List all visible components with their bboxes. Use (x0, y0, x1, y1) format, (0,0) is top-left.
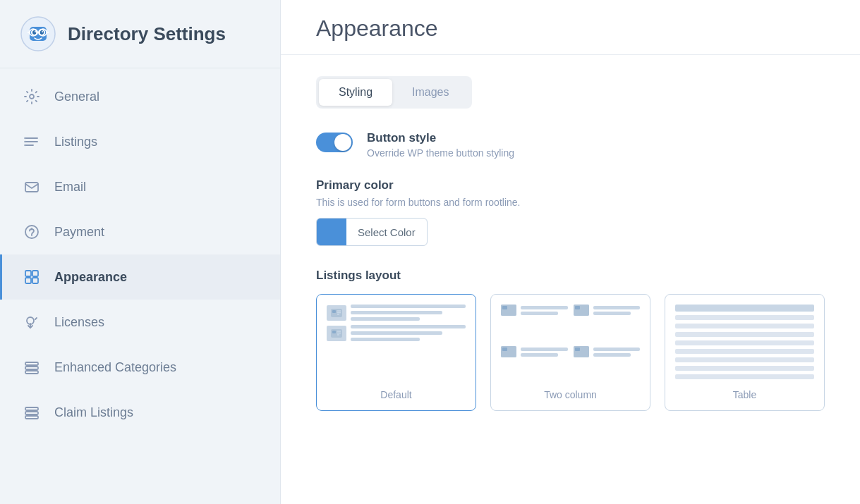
button-style-toggle[interactable] (316, 133, 353, 152)
sidebar-item-claim-listings[interactable]: Claim Listings (0, 390, 280, 435)
sidebar-item-email[interactable]: Email (0, 164, 280, 209)
preview-img-tc3 (501, 346, 516, 357)
gear-icon (22, 87, 42, 106)
svg-rect-31 (25, 412, 38, 414)
svg-rect-46 (575, 306, 580, 309)
layout-default-label: Default (380, 389, 411, 400)
svg-rect-25 (32, 278, 38, 283)
payment-icon (22, 222, 42, 242)
layout-default[interactable]: Default (316, 294, 476, 411)
layout-table-label: Table (733, 389, 756, 400)
svg-point-13 (30, 94, 34, 99)
svg-point-21 (25, 226, 38, 238)
sidebar-item-claim-listings-label: Claim Listings (54, 405, 133, 420)
sidebar-item-licenses[interactable]: Licenses (0, 300, 280, 345)
svg-rect-32 (25, 416, 38, 419)
tab-group: Styling Images (316, 76, 472, 109)
layout-options: Default (316, 294, 825, 411)
svg-rect-28 (25, 367, 38, 369)
primary-color-label: Primary color (316, 178, 825, 192)
svg-point-17 (24, 137, 25, 139)
sidebar-header: Directory Settings (0, 0, 280, 68)
button-style-toggle-wrap (316, 133, 353, 152)
content-area: Styling Images Button style Override WP … (281, 55, 860, 432)
svg-point-19 (24, 145, 25, 146)
sidebar-item-payment-label: Payment (54, 225, 104, 240)
svg-rect-34 (332, 310, 336, 313)
svg-rect-30 (25, 407, 38, 410)
sidebar-item-listings[interactable]: Listings (0, 119, 280, 164)
preview-img-tc1 (501, 305, 516, 316)
layout-two-column[interactable]: Two column (490, 294, 650, 411)
svg-point-6 (35, 31, 36, 32)
layout-table[interactable]: Table (665, 294, 825, 411)
svg-rect-24 (25, 278, 31, 283)
select-color-button[interactable]: Select Color (316, 218, 428, 246)
sidebar-item-listings-label: Listings (54, 135, 97, 149)
svg-rect-50 (575, 348, 580, 351)
sidebar-item-appearance[interactable]: Appearance (0, 254, 280, 300)
preview-img-tc4 (574, 346, 589, 357)
button-style-desc: Override WP theme button styling (367, 147, 514, 159)
listings-layout-section: Listings layout (316, 269, 825, 411)
svg-rect-29 (25, 371, 38, 374)
listings-layout-label: Listings layout (316, 269, 825, 283)
claim-icon (22, 402, 42, 422)
preview-img-tc2 (574, 305, 589, 316)
sidebar-title: Directory Settings (68, 23, 226, 45)
button-style-setting: Button style Override WP theme button st… (316, 131, 825, 159)
tab-images[interactable]: Images (392, 79, 468, 106)
select-color-label: Select Color (346, 226, 427, 238)
color-swatch (317, 219, 346, 245)
svg-rect-44 (502, 306, 507, 309)
app-logo (20, 16, 56, 52)
svg-point-7 (42, 31, 43, 32)
svg-point-18 (24, 141, 25, 142)
sidebar-item-general[interactable]: General (0, 74, 280, 119)
sidebar-item-email-label: Email (54, 180, 86, 195)
layout-two-column-preview (501, 305, 640, 382)
svg-rect-22 (25, 271, 31, 276)
svg-rect-23 (32, 271, 38, 276)
preview-img-icon-2 (327, 326, 346, 341)
primary-color-desc: This is used for form buttons and form r… (316, 197, 825, 208)
licenses-icon (22, 312, 42, 332)
appearance-icon (22, 267, 42, 287)
sidebar-item-enhanced-categories[interactable]: Enhanced Categories (0, 345, 280, 390)
toggle-knob (334, 134, 351, 151)
button-style-text: Button style Override WP theme button st… (367, 131, 514, 159)
sidebar-nav: General Listings (0, 68, 280, 504)
svg-rect-27 (25, 362, 38, 365)
layout-table-preview (675, 305, 814, 382)
list-icon (22, 132, 42, 152)
svg-rect-20 (25, 183, 38, 192)
sidebar-item-categories-label: Enhanced Categories (54, 360, 176, 375)
button-style-label: Button style (367, 131, 514, 145)
sidebar-item-appearance-label: Appearance (54, 270, 127, 285)
page-header: Appearance (281, 0, 860, 55)
tab-styling[interactable]: Styling (319, 79, 392, 106)
categories-icon (22, 357, 42, 377)
svg-rect-48 (502, 348, 507, 351)
sidebar-item-licenses-label: Licenses (54, 315, 104, 330)
primary-color-section: Primary color This is used for form butt… (316, 178, 825, 246)
svg-rect-39 (332, 331, 336, 333)
sidebar: Directory Settings General (0, 0, 281, 504)
page-title: Appearance (316, 16, 825, 42)
sidebar-item-payment[interactable]: Payment (0, 209, 280, 254)
layout-two-column-label: Two column (544, 389, 597, 400)
main-content: Appearance Styling Images Button style O… (281, 0, 860, 504)
email-icon (22, 177, 42, 197)
sidebar-item-general-label: General (54, 90, 99, 104)
preview-img-icon (327, 305, 346, 321)
layout-default-preview (327, 305, 466, 382)
